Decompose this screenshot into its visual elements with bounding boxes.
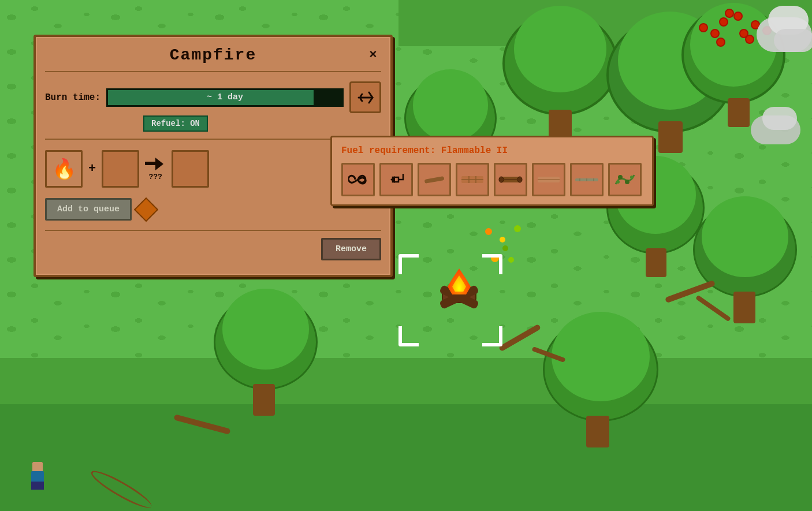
apple4	[716, 38, 725, 47]
arrow-refuel-button[interactable]	[349, 81, 381, 113]
craft-result-slot[interactable]	[172, 150, 209, 188]
fuel-slot-log[interactable]	[494, 163, 527, 196]
flame-icon: 🔥	[52, 157, 76, 181]
svg-rect-2	[145, 162, 148, 165]
apple8	[745, 35, 754, 44]
right-tree1-trunk	[646, 248, 666, 277]
panel-title: Campfire	[170, 46, 256, 64]
char-legs	[31, 482, 44, 490]
log-icon	[498, 174, 523, 185]
plank-icon	[460, 174, 485, 185]
tree-trunk-tr1	[549, 110, 572, 139]
svg-point-21	[625, 180, 630, 184]
diamond-icon[interactable]	[134, 197, 158, 221]
player-character	[29, 462, 46, 491]
panel-divider-2	[45, 230, 381, 231]
board-icon	[537, 175, 561, 184]
burn-bar-end	[314, 90, 342, 105]
close-button[interactable]: ×	[365, 46, 381, 62]
fuel-items-row	[341, 163, 643, 196]
burn-bar-container: ~ 1 day	[106, 88, 344, 107]
flower1	[485, 228, 492, 235]
svg-rect-3	[149, 162, 152, 165]
remove-button[interactable]: Remove	[321, 238, 381, 260]
right-tree2-trunk	[733, 292, 755, 323]
refuel-button[interactable]: Refuel: ON	[143, 115, 208, 132]
selection-brackets	[398, 254, 502, 346]
burn-time-label: Burn time:	[45, 92, 100, 103]
burn-bar-text: ~ 1 day	[207, 92, 243, 102]
craft-flame-slot[interactable]: 🔥	[45, 150, 83, 188]
right-tree2-inner	[702, 196, 788, 277]
fuel-slot-plank[interactable]	[456, 163, 489, 196]
craft-qqq-text: ???	[149, 173, 162, 181]
tree-canopy-tr1-inner	[514, 6, 606, 92]
apple1	[699, 23, 708, 32]
leaf2	[502, 245, 508, 251]
apple-tree-trunk	[728, 98, 750, 127]
apple9	[710, 29, 720, 38]
stick-icon	[423, 174, 445, 185]
bracket-bottom-left	[398, 326, 419, 346]
svg-marker-1	[155, 158, 163, 170]
fuel-slot-bar[interactable]	[570, 163, 604, 196]
leaf3	[508, 257, 514, 263]
refuel-row: Refuel: ON	[45, 115, 381, 132]
bar-icon	[574, 176, 599, 183]
apple2	[719, 17, 728, 27]
vine-icon	[613, 171, 636, 188]
fuel-popup: Fuel requirement: Flammable II	[330, 136, 654, 206]
svg-point-23	[630, 176, 634, 179]
bottom-tree2-trunk	[586, 416, 609, 447]
tree-trunk-tr2	[658, 121, 683, 153]
fuel-slot-vine[interactable]	[608, 163, 642, 196]
craft-ingredient-slot[interactable]	[102, 150, 139, 188]
arrow-icon	[357, 91, 374, 104]
apple7	[725, 9, 734, 18]
leaf1	[514, 225, 521, 232]
flower2	[500, 237, 505, 243]
mid-tree1-inner	[413, 69, 488, 141]
remove-btn-container: Remove	[45, 238, 381, 260]
bracket-top-right	[482, 254, 502, 274]
char-body	[31, 471, 44, 483]
svg-point-22	[616, 180, 620, 184]
panel-title-bar: Campfire ×	[45, 46, 381, 72]
fuel-slot-infinity[interactable]	[341, 163, 375, 196]
add-to-queue-button[interactable]: Add to queue	[45, 198, 132, 221]
apple5	[733, 12, 743, 21]
infinity-icon	[348, 173, 368, 186]
burn-time-row: Burn time: ~ 1 day	[45, 81, 381, 113]
fuel-requirement-value: Flammable II	[441, 146, 508, 156]
fuel-slot-stick[interactable]	[418, 163, 451, 196]
fuel-requirement-title: Fuel requirement: Flammable II	[341, 146, 643, 156]
bottom-tree2-inner	[552, 312, 650, 401]
svg-rect-5	[424, 176, 445, 184]
craft-arrow-icon	[145, 156, 166, 171]
arrow-refuel-icon	[387, 171, 405, 188]
bracket-top-left	[398, 254, 419, 274]
fuel-slot-arrow[interactable]	[379, 163, 413, 196]
craft-arrow-box: ???	[145, 156, 166, 181]
bracket-bottom-right	[482, 326, 502, 346]
cloud5	[762, 107, 797, 130]
svg-point-20	[618, 175, 623, 180]
bottom-tree1-trunk	[253, 384, 275, 416]
bottom-tree1-inner	[222, 289, 309, 370]
fuel-slot-board[interactable]	[532, 163, 565, 196]
craft-plus-icon: +	[88, 162, 96, 176]
cloud3	[774, 29, 812, 52]
